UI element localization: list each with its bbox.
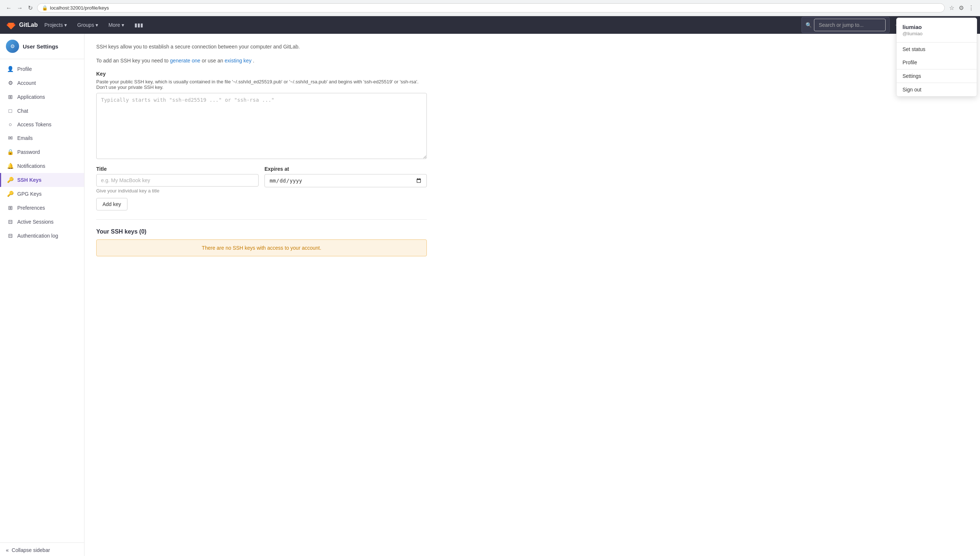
access-tokens-icon: ○ (7, 121, 14, 128)
refresh-button[interactable]: ↻ (26, 3, 34, 13)
chat-icon: □ (7, 108, 14, 114)
expires-field-group: Expires at (264, 166, 427, 194)
ssh-keys-section-header: Your SSH keys (0) (96, 228, 427, 235)
url-text: localhost:32001/profile/keys (50, 5, 109, 11)
ssh-keys-icon: 🔑 (7, 177, 14, 183)
sidebar-item-label: GPG Keys (17, 191, 42, 197)
expires-label: Expires at (264, 166, 427, 172)
profile-icon: 👤 (7, 66, 14, 72)
title-field-group: Title Give your individual key a title (96, 166, 259, 194)
applications-icon: ⊞ (7, 94, 14, 100)
sidebar-item-label: Applications (17, 94, 45, 100)
add-key-intro-text: To add an SSH key you need to generate o… (96, 57, 427, 65)
nav-projects[interactable]: Projects ▾ (41, 16, 71, 34)
sidebar-item-gpg-keys[interactable]: 🔑 GPG Keys (0, 187, 84, 201)
key-textarea[interactable] (96, 93, 427, 159)
sidebar-header: ⚙ User Settings (0, 34, 84, 59)
dropdown-settings[interactable]: Settings (897, 70, 977, 82)
expires-input[interactable] (264, 174, 427, 187)
title-expires-row: Title Give your individual key a title E… (96, 166, 427, 194)
sidebar-item-label: Authentication log (17, 233, 58, 239)
add-key-button[interactable]: Add key (96, 198, 128, 210)
app-layout: ⚙ User Settings 👤 Profile ⚙ Account ⊞ Ap… (0, 34, 980, 556)
emails-icon: ✉ (7, 135, 14, 141)
title-input[interactable] (96, 174, 259, 187)
projects-chevron-icon: ▾ (64, 22, 67, 28)
dropdown-profile[interactable]: Profile (897, 56, 977, 69)
collapse-sidebar-button[interactable]: « Collapse sidebar (0, 542, 84, 556)
sidebar-item-label: SSH Keys (17, 177, 42, 183)
search-bar[interactable]: 🔍 (802, 17, 889, 33)
nav-more-label: More (108, 22, 120, 28)
browser-controls: ← → ↻ (5, 3, 34, 13)
nav-activity-icon[interactable]: ▮▮▮ (131, 16, 147, 34)
add-key-intro: To add an SSH key you need to (96, 58, 170, 63)
nav-groups[interactable]: Groups ▾ (73, 16, 102, 34)
sidebar-item-auth-log[interactable]: ⊟ Authentication log (0, 229, 84, 243)
extensions-icon[interactable]: ⚙ (957, 3, 965, 13)
sidebar-item-chat[interactable]: □ Chat (0, 104, 84, 118)
active-sessions-icon: ⊟ (7, 218, 14, 225)
collapse-label: Collapse sidebar (12, 547, 50, 553)
main-content: SSH keys allow you to establish a secure… (84, 34, 980, 556)
no-keys-message: There are no SSH keys with access to you… (202, 245, 321, 251)
browser-bar: ← → ↻ 🔒 localhost:32001/profile/keys ☆ ⚙… (0, 0, 980, 16)
sidebar-item-access-tokens[interactable]: ○ Access Tokens (0, 118, 84, 131)
sidebar-item-account[interactable]: ⚙ Account (0, 76, 84, 90)
nav-more[interactable]: More ▾ (105, 16, 128, 34)
auth-log-icon: ⊟ (7, 233, 14, 239)
sidebar-avatar: ⚙ (6, 40, 19, 53)
browser-actions: ☆ ⚙ ⋮ (948, 3, 975, 13)
no-keys-banner: There are no SSH keys with access to you… (96, 239, 427, 256)
nav-projects-label: Projects (44, 22, 63, 28)
dropdown-sign-out[interactable]: Sign out (897, 83, 977, 96)
gitlab-logo[interactable]: GitLab (6, 20, 38, 30)
sidebar-item-preferences[interactable]: ⊞ Preferences (0, 201, 84, 215)
back-button[interactable]: ← (5, 3, 13, 13)
dropdown-handle: @liumiao (902, 31, 971, 36)
sidebar-item-label: Profile (17, 66, 32, 72)
sidebar-item-applications[interactable]: ⊞ Applications (0, 90, 84, 104)
title-label: Title (96, 166, 259, 172)
generate-link[interactable]: generate one (170, 58, 201, 63)
account-icon: ⚙ (7, 80, 14, 86)
top-nav: GitLab Projects ▾ Groups ▾ More ▾ ▮▮▮ 🔍 … (0, 16, 980, 34)
ssh-keys-page: SSH keys allow you to establish a secure… (96, 43, 427, 256)
address-bar[interactable]: 🔒 localhost:32001/profile/keys (37, 3, 945, 13)
key-field-group: Key Paste your public SSH key, which is … (96, 71, 427, 160)
dot-text: . (253, 58, 255, 63)
key-label: Key (96, 71, 427, 77)
collapse-icon: « (6, 547, 9, 553)
sidebar-item-notifications[interactable]: 🔔 Notifications (0, 159, 84, 173)
forward-button[interactable]: → (15, 3, 24, 13)
preferences-icon: ⊞ (7, 205, 14, 211)
search-input[interactable] (814, 19, 886, 31)
existing-key-link[interactable]: existing key (225, 58, 252, 63)
password-icon: 🔒 (7, 149, 14, 155)
sidebar-item-ssh-keys[interactable]: 🔑 SSH Keys (0, 173, 84, 187)
sidebar-item-profile[interactable]: 👤 Profile (0, 62, 84, 76)
sidebar-item-label: Emails (17, 135, 33, 141)
title-hint: Give your individual key a title (96, 188, 259, 194)
user-dropdown: liumiao @liumiao Set status Profile Sett… (896, 18, 977, 97)
dropdown-username: liumiao (902, 24, 971, 30)
sidebar-item-active-sessions[interactable]: ⊟ Active Sessions (0, 215, 84, 229)
dropdown-user-info: liumiao @liumiao (897, 18, 977, 43)
nav-groups-label: Groups (77, 22, 94, 28)
bookmark-icon[interactable]: ☆ (948, 3, 956, 13)
sidebar-item-label: Preferences (17, 205, 45, 211)
gpg-keys-icon: 🔑 (7, 191, 14, 197)
sidebar-nav: 👤 Profile ⚙ Account ⊞ Applications □ Cha… (0, 59, 84, 542)
lock-icon: 🔒 (42, 5, 48, 11)
dropdown-set-status[interactable]: Set status (897, 43, 977, 56)
sidebar: ⚙ User Settings 👤 Profile ⚙ Account ⊞ Ap… (0, 34, 84, 556)
sidebar-item-emails[interactable]: ✉ Emails (0, 131, 84, 145)
sidebar-item-label: Account (17, 80, 36, 86)
more-options-icon[interactable]: ⋮ (967, 3, 975, 13)
groups-chevron-icon: ▾ (95, 22, 98, 28)
notifications-icon: 🔔 (7, 163, 14, 169)
sidebar-item-label: Access Tokens (17, 121, 52, 128)
sidebar-item-password[interactable]: 🔒 Password (0, 145, 84, 159)
sidebar-item-label: Chat (17, 108, 28, 114)
section-divider (96, 219, 427, 220)
